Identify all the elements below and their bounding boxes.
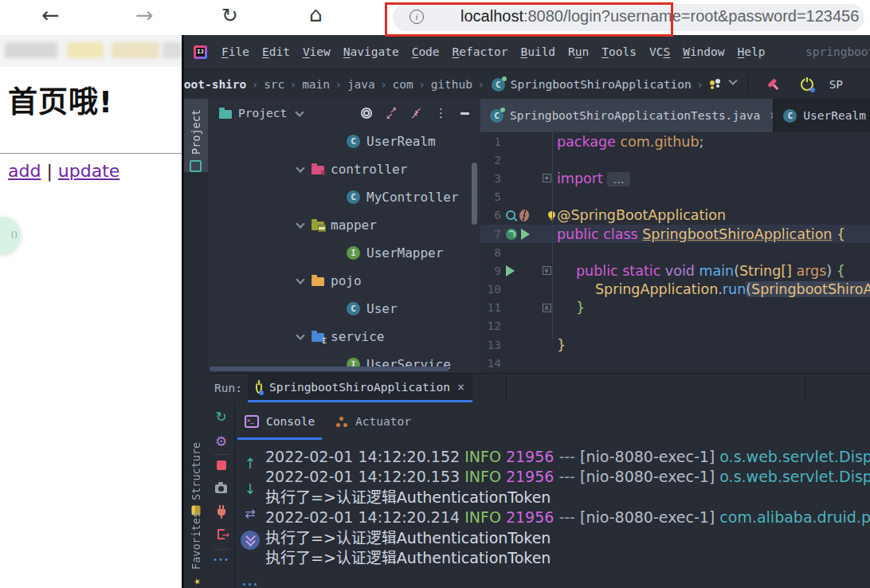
terminal-icon [245, 415, 259, 428]
soft-wrap-icon[interactable]: ⇄ [245, 506, 255, 521]
code-line-5: 5 [480, 188, 870, 206]
run-play-icon[interactable] [521, 229, 530, 240]
home-icon[interactable]: ⌂ [309, 2, 323, 26]
console-output[interactable]: 2022-02-01 14:12:20.152 INFO 21956 --- [… [265, 447, 870, 582]
menu-item-vcs[interactable]: VCS [643, 35, 676, 69]
breadcrumb-item-boot-shiro[interactable]: boot-shiro [184, 78, 246, 91]
browser-page: 首页哦! add | update () [0, 67, 182, 588]
code-line-14: 14 [480, 354, 870, 372]
code-area[interactable]: 1package com.github;23+import ...56@Spri… [480, 132, 870, 373]
bookmark-item[interactable] [112, 42, 159, 58]
bookmark-item[interactable] [163, 42, 182, 58]
line-number: 8 [480, 246, 501, 259]
rerun-icon[interactable]: ↻ [215, 410, 226, 424]
editor-tab-SpringbootShiroApplicationTests.java[interactable]: CSpringbootShiroApplicationTests.java× [480, 99, 774, 132]
breadcrumb-separator: › [692, 78, 709, 91]
expand-all-icon[interactable]: ↗↙ [386, 108, 397, 119]
breadcrumb-item-com[interactable]: com [393, 78, 413, 91]
chevron-expanded-icon[interactable] [296, 331, 304, 339]
collapse-all-icon[interactable]: ↙↗ [410, 108, 421, 119]
tree-item-User[interactable]: CUser [208, 295, 480, 323]
menu-item-build[interactable]: Build [514, 35, 562, 69]
class-icon: C [347, 302, 360, 316]
chevron-expanded-icon[interactable] [296, 219, 304, 228]
breadcrumb-class[interactable]: SpringbootShiroApplication [511, 78, 692, 91]
plug-icon[interactable] [217, 509, 225, 515]
menu-item-edit[interactable]: Edit [256, 35, 296, 69]
breadcrumb-item-github[interactable]: github [431, 78, 472, 91]
menu-item-refactor[interactable]: Refactor [446, 35, 515, 69]
menu-items: FileEditViewNavigateCodeRefactorBuildRun… [215, 35, 771, 69]
divider [0, 153, 182, 154]
more-options-icon[interactable]: ••• [241, 580, 258, 588]
chevron-down-icon[interactable] [295, 108, 304, 116]
tree-item-pojo[interactable]: pojo [208, 267, 480, 295]
ide-menubar: IJ FileEditViewNavigateCodeRefactorBuild… [184, 35, 870, 69]
code-with-me-icon[interactable] [709, 79, 723, 90]
reload-icon[interactable]: ↻ [221, 4, 238, 27]
breadcrumb-item-java[interactable]: java [347, 78, 375, 91]
menu-item-help[interactable]: Help [731, 35, 772, 69]
menu-item-run[interactable]: Run [562, 35, 595, 69]
tree-item-controller[interactable]: ⚙controller [208, 155, 480, 183]
editor-tab-UserRealm[interactable]: CUserRealm [774, 99, 870, 132]
menu-item-file[interactable]: File [215, 35, 256, 69]
fold-close-icon[interactable]: ∧ [543, 304, 551, 312]
spring-bean-icon[interactable] [519, 209, 531, 222]
menu-item-window[interactable]: Window [676, 35, 731, 69]
tree-item-MyController[interactable]: CMyController [208, 183, 480, 211]
fold-plus-icon[interactable]: + [543, 174, 551, 182]
tree-vertical-scrollbar[interactable] [472, 163, 477, 225]
tree-item-service[interactable]: Σservice [208, 323, 480, 351]
bookmark-item[interactable] [5, 42, 57, 58]
thread-dump-camera-icon[interactable] [215, 484, 227, 493]
project-panel-header[interactable]: Project ↗↙ ↙↗ ⋮ [208, 99, 480, 127]
breadcrumb-path: boot-shiro›src›main›java›com›github› [184, 78, 490, 91]
options-kebab-icon[interactable]: ⋮ [435, 106, 447, 120]
more-options-icon[interactable]: ••• [213, 555, 229, 564]
run-play-icon[interactable] [506, 265, 515, 276]
fold-open-icon[interactable]: ∨ [543, 266, 551, 275]
back-icon[interactable]: ← [41, 2, 60, 27]
breadcrumb-item-main[interactable]: main [302, 78, 330, 91]
run-config-tab[interactable]: SpringbootShiroApplication × [248, 374, 472, 402]
tree-item-UserMapper[interactable]: IUserMapper [208, 239, 480, 267]
tree-item-UserRealm[interactable]: CUserRealm [208, 127, 480, 155]
code-line-9: 9∨public static void main(String[] args)… [480, 261, 870, 280]
close-icon[interactable]: × [457, 380, 464, 394]
tool-strip-structure[interactable]: Structure [184, 413, 208, 515]
stop-icon[interactable] [217, 461, 226, 470]
console-tab-console[interactable]: Console [245, 415, 315, 428]
down-arrow-icon[interactable]: ↓ [244, 482, 256, 496]
chevron-expanded-icon[interactable] [296, 163, 304, 172]
build-hammer-icon[interactable] [764, 76, 782, 94]
forward-icon[interactable]: → [135, 2, 154, 27]
menu-item-navigate[interactable]: Navigate [337, 35, 406, 69]
up-arrow-icon[interactable]: ↑ [244, 457, 256, 471]
run-config-power-icon[interactable] [801, 78, 813, 91]
menu-item-tools[interactable]: Tools [595, 35, 643, 69]
tree-horizontal-scrollbar[interactable] [210, 367, 449, 371]
breadcrumb-separator: › [330, 78, 347, 91]
add-link[interactable]: add [8, 161, 41, 181]
springboot-run-icon[interactable] [506, 229, 517, 240]
run-config-name[interactable]: SP [829, 78, 843, 91]
locate-file-icon[interactable] [361, 108, 372, 119]
exit-icon[interactable] [217, 529, 225, 539]
breadcrumb-item-src[interactable]: src [264, 78, 284, 91]
menu-item-code[interactable]: Code [406, 35, 446, 69]
scroll-to-end-icon[interactable] [241, 531, 260, 550]
bookmark-item[interactable] [67, 42, 104, 58]
tool-strip-favorites[interactable]: ★ Favorites [184, 516, 208, 588]
log-line-6: 执行了=>认证逻辑AuthenticationToken [265, 548, 870, 568]
tool-strip-project[interactable]: Project [184, 99, 208, 172]
menu-item-view[interactable]: View [296, 35, 337, 69]
tree-item-mapper[interactable]: mapper [208, 211, 480, 239]
floating-widget[interactable]: () [0, 217, 21, 253]
chevron-expanded-icon[interactable] [296, 275, 304, 284]
settings-gear-icon[interactable]: ⚙ [215, 435, 227, 449]
run-toolbar: ↻ ⚙ ••• [208, 402, 235, 588]
update-link[interactable]: update [58, 161, 120, 181]
hide-panel-icon[interactable] [460, 112, 469, 115]
console-tab-actuator[interactable]: Actuator [335, 415, 411, 428]
